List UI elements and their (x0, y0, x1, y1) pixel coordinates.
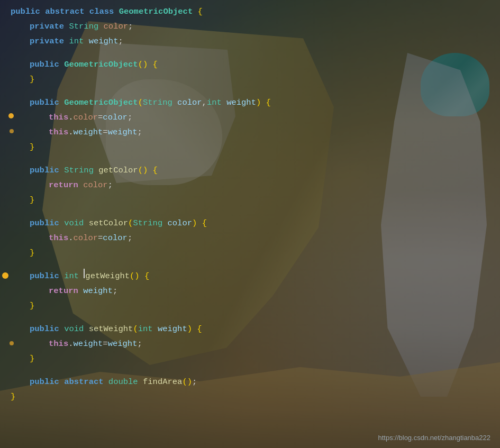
code-line-6: } (11, 72, 489, 87)
blank-line-24 (11, 313, 489, 322)
watermark: https://blog.csdn.net/zhangtianba222 (378, 434, 491, 442)
code-line-1: public abstract class GeometricObject { (11, 4, 489, 19)
dot-marker-10 (10, 129, 14, 133)
blank-line-28 (11, 366, 489, 374)
code-line-8: public GeometricObject ( String color , … (11, 95, 489, 110)
code-line-11: } (11, 140, 489, 154)
code-line-14: return color ; (11, 178, 489, 193)
code-line-15: } (11, 193, 489, 207)
blank-line-12 (11, 154, 489, 163)
code-line-27: } (11, 351, 489, 366)
yellow-marker-21 (2, 272, 8, 279)
code-line-10: this . weight = weight ; (11, 125, 489, 140)
blank-line-20 (11, 260, 489, 269)
code-line-22: return weight ; (11, 284, 489, 298)
code-line-2: private String color ; (11, 19, 489, 34)
code-line-13: public String getColor () { (11, 163, 489, 178)
blank-line-7 (11, 87, 489, 95)
code-line-21: public int getWeight () { (11, 269, 489, 284)
code-line-9: this . color = color ; (11, 110, 489, 125)
code-overlay: public abstract class GeometricObject { … (0, 0, 500, 448)
blank-line-16 (11, 207, 489, 216)
dot-marker-9 (8, 113, 14, 118)
code-line-5: public GeometricObject () { (11, 57, 489, 72)
code-line-29: public abstract double findArea () ; (11, 374, 489, 389)
code-line-18: this . color = color ; (11, 231, 489, 245)
code-line-26: this . weight = weight ; (11, 336, 489, 351)
code-line-17: public void setColor ( String color ) { (11, 216, 489, 231)
code-line-30: } (11, 389, 489, 404)
code-line-25: public void setWeight ( int weight ) { (11, 322, 489, 336)
text-cursor (84, 269, 85, 278)
dot-marker-26 (10, 341, 14, 345)
code-line-3: private int weight ; (11, 34, 489, 49)
blank-line-4 (11, 49, 489, 57)
code-line-23: } (11, 298, 489, 313)
code-line-19: } (11, 245, 489, 260)
